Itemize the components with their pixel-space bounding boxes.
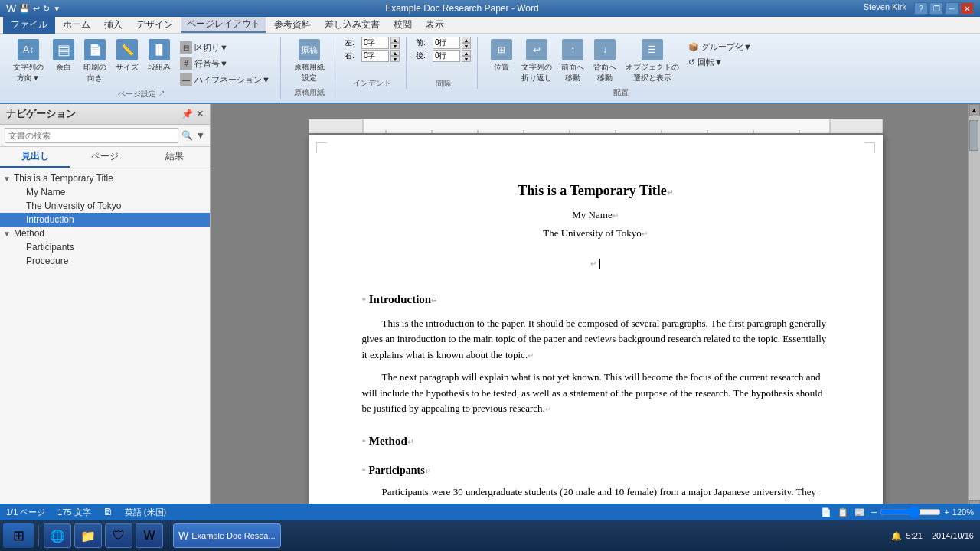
- heading-marker-intro: *: [362, 295, 367, 305]
- nav-item-label-2: The University of Tokyo: [26, 201, 122, 211]
- manuscript-btn[interactable]: 原稿 原稿用紙設定: [290, 37, 328, 86]
- document-title: Example Doc Research Paper - Word: [60, 3, 864, 14]
- menu-home[interactable]: ホーム: [57, 17, 96, 33]
- scroll-thumb[interactable]: [969, 120, 978, 151]
- document-area[interactable]: This is a Temporary Title↵ My Name↵ The …: [211, 104, 980, 513]
- nav-tab-results[interactable]: 結果: [140, 147, 210, 168]
- nav-search-dropdown[interactable]: ▼: [196, 130, 205, 141]
- text-direction-btn[interactable]: A↕ 文字列の方向▼: [9, 37, 47, 86]
- doc-author: My Name↵: [362, 207, 829, 223]
- para-mark-spacer: ↵: [590, 259, 596, 268]
- zoom-minus[interactable]: ─: [871, 507, 877, 517]
- close-button[interactable]: ✕: [960, 2, 974, 15]
- menu-file[interactable]: ファイル: [3, 17, 55, 34]
- indent-right-down[interactable]: ▼: [390, 56, 400, 62]
- page-setup-content: A↕ 文字列の方向▼ ▤ 余白 📄 印刷の向き 📏 サイズ ▐▌ 段組み: [9, 37, 274, 87]
- group-btn[interactable]: 📦 グループ化▼: [684, 40, 756, 54]
- nav-tab-headings[interactable]: 見出し: [0, 147, 70, 168]
- vertical-scrollbar[interactable]: ▲ ▼: [968, 104, 980, 513]
- spacing-after-down[interactable]: ▼: [462, 56, 471, 62]
- taskbar-time: 5:21: [906, 531, 923, 540]
- spacing-before-up[interactable]: ▲: [462, 37, 471, 43]
- taskbar-notification-icon: 🔔: [891, 531, 902, 541]
- bring-forward-btn[interactable]: ↑ 前面へ移動: [557, 37, 588, 86]
- nav-tab-pages[interactable]: ページ: [70, 147, 139, 168]
- margins-icon: ▤: [53, 39, 74, 60]
- indent-left-arrows: ▲ ▼: [390, 37, 400, 49]
- menu-insert[interactable]: 挿入: [98, 17, 129, 33]
- selection-pane-btn[interactable]: ☰ オブジェクトの選択と表示: [622, 37, 683, 86]
- taskbar-ie[interactable]: 🌐: [44, 523, 71, 548]
- indent-left-down[interactable]: ▼: [390, 43, 400, 49]
- status-view-3[interactable]: 📰: [854, 507, 865, 517]
- ribbon-group-spacing: 前: ▲ ▼ 後: ▲ ▼ 間隔: [413, 37, 478, 89]
- spacing-before-input[interactable]: [433, 37, 460, 49]
- zoom-slider-input[interactable]: [880, 506, 941, 518]
- spacing-before-down[interactable]: ▼: [462, 43, 471, 49]
- nav-tree-item-6[interactable]: Procedure: [0, 254, 210, 268]
- para-mark-1: ↵: [528, 351, 534, 360]
- line-numbers-label: 行番号▼: [194, 58, 228, 70]
- heading-participants-text: Participants: [369, 465, 425, 476]
- spacing-spinners: 前: ▲ ▼ 後: ▲ ▼: [416, 37, 471, 62]
- nav-close-icon[interactable]: ✕: [196, 109, 204, 119]
- nav-tree-item-4[interactable]: Method: [0, 227, 210, 240]
- undo-btn[interactable]: ↩: [33, 4, 40, 14]
- nav-tabs: 見出し ページ 結果: [0, 147, 210, 168]
- nav-tree-item-2[interactable]: The University of Tokyo: [0, 199, 210, 213]
- user-name: Steven Kirk: [864, 2, 906, 15]
- menu-references[interactable]: 参考資料: [268, 17, 317, 33]
- nav-toggle-4[interactable]: [3, 230, 14, 238]
- nav-search-button[interactable]: 🔍: [181, 130, 193, 141]
- menu-mailings[interactable]: 差し込み文書: [318, 17, 386, 33]
- size-btn[interactable]: 📏 サイズ: [112, 37, 142, 75]
- margins-btn[interactable]: ▤ 余白: [49, 37, 78, 75]
- nav-item-label-3: Introduction: [26, 214, 74, 225]
- spacing-after-up[interactable]: ▲: [462, 50, 471, 56]
- quick-save[interactable]: 💾: [19, 4, 30, 14]
- text-wrap-btn[interactable]: ↩ 文字列の折り返し: [518, 37, 556, 86]
- nav-search-input[interactable]: [5, 128, 178, 143]
- bring-forward-icon: ↑: [562, 39, 583, 60]
- nav-toggle-0[interactable]: [3, 174, 14, 183]
- taskbar-word[interactable]: W: [136, 523, 163, 548]
- spacing-after-input[interactable]: [433, 50, 460, 62]
- taskbar-defender[interactable]: 🛡: [105, 523, 132, 548]
- status-view-1[interactable]: 📄: [821, 507, 831, 517]
- indent-right-input[interactable]: [361, 50, 389, 62]
- start-button[interactable]: ⊞: [3, 523, 34, 548]
- redo-btn[interactable]: ↻: [43, 4, 50, 14]
- rotate-btn[interactable]: ↺ 回転▼: [684, 55, 756, 70]
- hyphenation-btn[interactable]: — ハイフネーション▼: [176, 72, 274, 87]
- indent-right-up[interactable]: ▲: [390, 50, 400, 56]
- nav-tree-item-5[interactable]: Participants: [0, 240, 210, 254]
- menu-view[interactable]: 表示: [420, 17, 450, 33]
- menu-design[interactable]: デザイン: [130, 17, 179, 33]
- breaks-btn[interactable]: ⊟ 区切り▼: [176, 40, 274, 55]
- nav-tree-item-0[interactable]: This is a Temporary Title: [0, 171, 210, 185]
- taskbar-explorer[interactable]: 📁: [74, 523, 102, 548]
- zoom-plus[interactable]: +: [944, 507, 949, 517]
- nav-tree-item-3[interactable]: Introduction: [0, 213, 210, 227]
- window-controls: Steven Kirk ? ❐ ─ ✕: [864, 2, 974, 15]
- quick-access-more[interactable]: ▼: [53, 5, 60, 13]
- scroll-up-btn[interactable]: ▲: [969, 104, 980, 116]
- position-btn[interactable]: ⊞ 位置: [487, 37, 516, 75]
- taskbar-active-word[interactable]: W Example Doc Resea...: [173, 523, 281, 548]
- indent-left-up[interactable]: ▲: [390, 37, 400, 43]
- send-backward-btn[interactable]: ↓ 背面へ移動: [590, 37, 620, 86]
- help-button[interactable]: ?: [914, 2, 928, 15]
- status-view-2[interactable]: 📋: [838, 507, 848, 517]
- nav-tree-item-1[interactable]: My Name: [0, 185, 210, 199]
- menu-page-layout[interactable]: ページレイアウト: [181, 17, 266, 33]
- nav-pin-icon[interactable]: 📌: [181, 109, 193, 119]
- restore-button[interactable]: ❐: [929, 2, 943, 15]
- indent-left-input[interactable]: [361, 37, 389, 49]
- columns-icon: ▐▌: [149, 39, 170, 60]
- orientation-btn[interactable]: 📄 印刷の向き: [80, 37, 110, 86]
- line-numbers-btn[interactable]: # 行番号▼: [176, 56, 274, 71]
- columns-btn[interactable]: ▐▌ 段組み: [144, 37, 175, 75]
- size-label: サイズ: [116, 62, 139, 73]
- menu-review[interactable]: 校閲: [387, 17, 418, 33]
- minimize-button[interactable]: ─: [945, 2, 959, 15]
